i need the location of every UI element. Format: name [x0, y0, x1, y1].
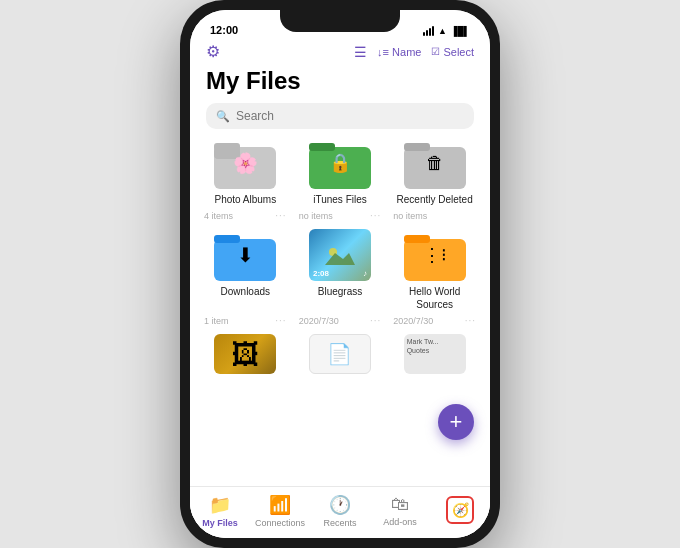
file-meta-row-2: 1 item ··· 2020/7/30 ··· 2020/7/30 ··· — [202, 315, 478, 326]
select-button[interactable]: ☑ Select — [431, 46, 474, 58]
compass-icon: 🧭 — [452, 502, 469, 518]
list-item[interactable]: ⬇ Downloads — [202, 229, 289, 311]
file-grid-row-2: ⬇ Downloads — [202, 229, 478, 311]
list-item[interactable]: ⋮⁝ Hello World Sources — [391, 229, 478, 311]
folder-icon-hws: ⋮⁝ — [404, 229, 466, 281]
folder-icon-itunes: 🔒 — [309, 137, 371, 189]
music-icon: ♪ — [363, 269, 367, 278]
notch — [280, 10, 400, 32]
nav-item-connections[interactable]: 📶 Connections — [250, 494, 310, 528]
more-icon-bluegrass[interactable]: ··· — [370, 315, 381, 326]
folder-emoji-deleted: 🗑 — [426, 153, 444, 174]
battery-icon: ▐█▌ — [451, 26, 470, 36]
app-content: ⚙ ☰ ↓≡ Name ☑ Select My Files 🔍 — [190, 38, 490, 538]
nav-label-connections: Connections — [255, 518, 305, 528]
file-meta-bluegrass: 2020/7/30 ··· — [297, 315, 384, 326]
folder-emoji-itunes: 🔒 — [329, 152, 351, 174]
file-meta-text-bluegrass: 2020/7/30 — [299, 316, 339, 326]
wifi-icon: ▲ — [438, 26, 447, 36]
svg-rect-8 — [214, 235, 240, 243]
plus-icon: + — [450, 409, 463, 435]
list-item[interactable]: Mark Tw...Quotes — [391, 334, 478, 374]
svg-rect-13 — [404, 235, 430, 243]
checkbox-icon: ☑ — [431, 46, 440, 57]
recents-icon: 🕐 — [329, 494, 351, 516]
mona-emoji: 🖼 — [231, 338, 259, 371]
file-meta-deleted: no items — [391, 210, 478, 221]
compass-wrapper: 🧭 — [446, 496, 474, 524]
menu-icon[interactable]: ☰ — [354, 44, 367, 60]
status-time: 12:00 — [210, 24, 238, 36]
video-duration: 2:08 — [313, 269, 329, 278]
folder-emoji-downloads: ⬇ — [237, 243, 254, 267]
file-meta-text-deleted: no items — [393, 211, 427, 221]
header-toolbar: ⚙ ☰ ↓≡ Name ☑ Select — [190, 38, 490, 67]
file-name-itunes: iTunes Files — [313, 193, 367, 206]
list-item[interactable]: 🖼 — [202, 334, 289, 374]
svg-rect-6 — [404, 143, 430, 151]
paper-emoji: 📄 — [327, 342, 352, 366]
folder-icon-deleted: 🗑 — [404, 137, 466, 189]
file-meta-text-hws: 2020/7/30 — [393, 316, 433, 326]
more-icon-itunes[interactable]: ··· — [370, 210, 381, 221]
thumb-mona-lisa: 🖼 — [214, 334, 276, 374]
addons-icon: 🛍 — [391, 494, 409, 515]
header-right: ☰ ↓≡ Name ☑ Select — [354, 44, 474, 60]
more-icon-downloads[interactable]: ··· — [275, 315, 286, 326]
folder-emoji-hws: ⋮⁝ — [423, 244, 447, 266]
search-bar[interactable]: 🔍 — [206, 103, 474, 129]
svg-rect-4 — [309, 143, 335, 151]
file-meta-text-downloads: 1 item — [204, 316, 229, 326]
phone-frame: 12:00 ▲ ▐█▌ ⚙ ☰ ↓≡ Name — [180, 0, 500, 548]
thumb-paper: 📄 — [309, 334, 371, 374]
landscape-icon — [325, 245, 355, 265]
sort-label: ↓≡ Name — [377, 46, 421, 58]
file-meta-downloads: 1 item ··· — [202, 315, 289, 326]
more-icon-hws[interactable]: ··· — [465, 315, 476, 326]
file-meta-row-1: 4 items ··· no items ··· no items — [202, 210, 478, 221]
sort-button[interactable]: ↓≡ Name — [377, 46, 421, 58]
signal-icon — [423, 26, 434, 36]
file-name-hws: Hello World Sources — [391, 285, 478, 311]
list-item[interactable]: 🗑 Recently Deleted — [391, 137, 478, 206]
svg-rect-2 — [214, 143, 240, 151]
select-label: Select — [443, 46, 474, 58]
myfiles-icon: 📁 — [209, 494, 231, 516]
folder-emoji-photo: 🌸 — [233, 151, 258, 175]
nav-label-myfiles: My Files — [202, 518, 238, 528]
file-grid-row-3: 🖼 📄 Mark Tw...Quotes — [202, 334, 478, 374]
file-grid-row-1: 🌸 Photo Albums 🔒 iTunes — [202, 137, 478, 206]
file-name-photo-albums: Photo Albums — [214, 193, 276, 206]
file-name-bluegrass: Bluegrass — [318, 285, 362, 298]
file-meta-text: 4 items — [204, 211, 233, 221]
mark-twain-text: Mark Tw...Quotes — [407, 337, 439, 355]
file-meta-photo: 4 items ··· — [202, 210, 289, 221]
folder-icon-photo-albums: 🌸 — [214, 137, 276, 189]
list-item[interactable]: 🔒 iTunes Files — [297, 137, 384, 206]
nav-label-addons: Add-ons — [383, 517, 417, 527]
search-icon: 🔍 — [216, 110, 230, 123]
nav-item-addons[interactable]: 🛍 Add-ons — [370, 494, 430, 527]
page-title: My Files — [190, 67, 490, 103]
list-item[interactable]: 2:08 ♪ Bluegrass — [297, 229, 384, 311]
fab-add-button[interactable]: + — [438, 404, 474, 440]
bottom-nav: 📁 My Files 📶 Connections 🕐 Recents 🛍 Add… — [190, 486, 490, 538]
list-item[interactable]: 📄 — [297, 334, 384, 374]
nav-item-recents[interactable]: 🕐 Recents — [310, 494, 370, 528]
file-name-downloads: Downloads — [221, 285, 270, 298]
list-item[interactable]: 🌸 Photo Albums — [202, 137, 289, 206]
nav-label-recents: Recents — [323, 518, 356, 528]
file-name-deleted: Recently Deleted — [397, 193, 473, 206]
file-meta-text-itunes: no items — [299, 211, 333, 221]
more-icon-photo[interactable]: ··· — [275, 210, 286, 221]
search-input[interactable] — [236, 109, 464, 123]
thumb-bluegrass: 2:08 ♪ — [309, 229, 371, 281]
file-meta-itunes: no items ··· — [297, 210, 384, 221]
status-icons: ▲ ▐█▌ — [423, 26, 470, 36]
gear-icon[interactable]: ⚙ — [206, 42, 220, 61]
nav-item-browse[interactable]: 🧭 — [430, 496, 490, 526]
file-meta-hws: 2020/7/30 ··· — [391, 315, 478, 326]
nav-item-myfiles[interactable]: 📁 My Files — [190, 494, 250, 528]
connections-icon: 📶 — [269, 494, 291, 516]
folder-icon-downloads: ⬇ — [214, 229, 276, 281]
